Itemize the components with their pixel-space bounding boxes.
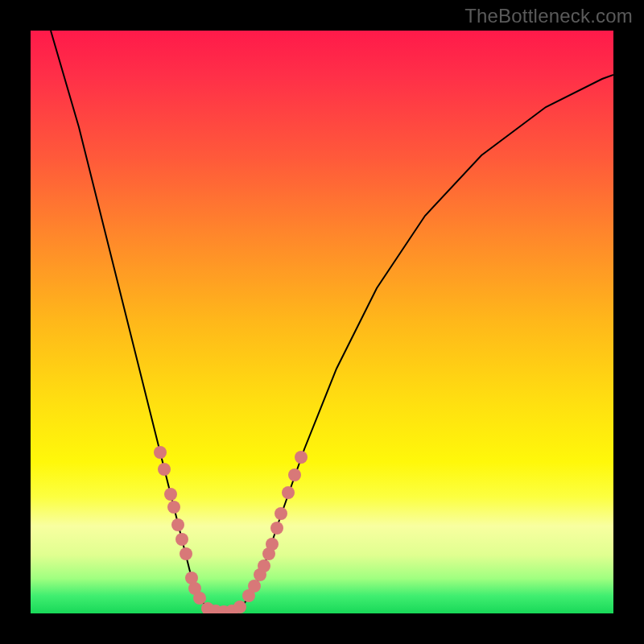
- chart-container: TheBottleneck.com: [0, 0, 644, 644]
- data-point-dot: [171, 518, 184, 531]
- bottleneck-curve: [51, 31, 613, 612]
- data-point-dot: [258, 559, 270, 572]
- curve-svg: [31, 31, 613, 613]
- data-point-dot: [282, 486, 295, 499]
- data-point-dot: [154, 446, 167, 459]
- data-point-dot: [158, 463, 171, 476]
- data-point-dot: [275, 507, 287, 520]
- data-point-dot: [167, 501, 180, 514]
- data-point-dot: [270, 522, 283, 535]
- data-point-dot: [164, 488, 177, 501]
- watermark-text: TheBottleneck.com: [464, 5, 633, 27]
- dots-bottom-group: [201, 601, 246, 613]
- data-point-dot: [295, 451, 308, 464]
- data-point-dot: [193, 592, 206, 605]
- dots-right-group: [242, 451, 308, 602]
- data-point-dot: [233, 601, 246, 613]
- plot-area: [31, 31, 613, 613]
- data-point-dot: [288, 469, 301, 481]
- data-point-dot: [266, 538, 279, 551]
- dots-left-group: [154, 446, 206, 605]
- data-point-dot: [180, 547, 192, 560]
- data-point-dot: [248, 580, 261, 592]
- data-point-dot: [175, 533, 188, 546]
